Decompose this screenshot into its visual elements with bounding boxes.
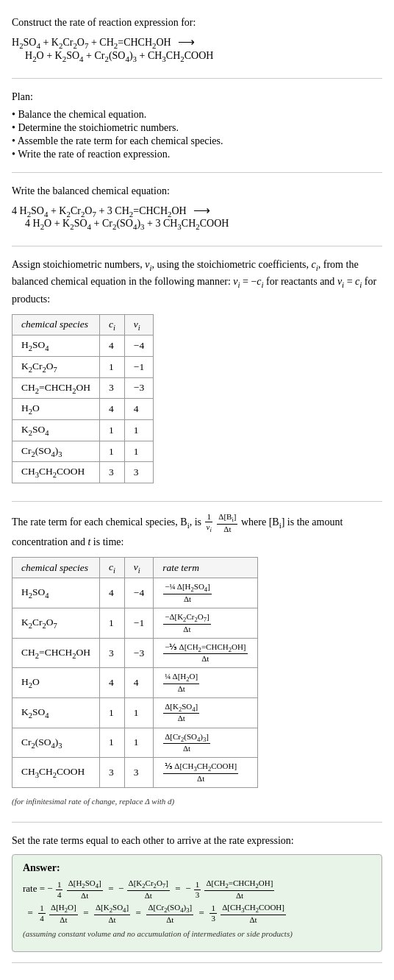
rt-ci: 4 xyxy=(99,578,124,608)
rt-ci: 1 xyxy=(99,608,124,639)
stoich-col-vi: νi xyxy=(124,314,153,335)
species-cell: H2SO4 xyxy=(12,335,100,357)
table-row: CH3CH2COOH 3 3 ⅓ Δ[CH3CH2COOH]Δt xyxy=(12,758,258,788)
rt-ci: 4 xyxy=(99,668,124,698)
rt-rate: Δ[Cr2(SO4)3]Δt xyxy=(154,728,257,758)
rt-vi: −1 xyxy=(124,608,153,639)
answer-intro: Set the rate terms equal to each other t… xyxy=(12,833,382,848)
rt-col-ci: ci xyxy=(99,557,124,578)
plan-title: Plan: xyxy=(12,89,382,104)
vi-cell: −4 xyxy=(124,335,153,357)
rt-species: CH3CH2COOH xyxy=(12,758,100,788)
rt-col-vi: νi xyxy=(124,557,153,578)
vi-cell: −1 xyxy=(124,356,153,377)
vi-cell: 1 xyxy=(124,441,153,462)
rt-ci: 1 xyxy=(99,698,124,728)
rate-term-section: The rate term for each chemical species,… xyxy=(12,505,382,823)
rate-expression: rate = − 14 Δ[H2SO4]Δt = − Δ[K2Cr2O7]Δt … xyxy=(23,878,371,924)
initial-reaction: H2SO4 + K2Cr2O7 + CH2=CHCH2OH ⟶ H2O + K2… xyxy=(12,35,382,63)
rt-vi: 1 xyxy=(124,698,153,728)
rt-ci: 3 xyxy=(99,638,124,668)
stoich-col-species: chemical species xyxy=(12,314,100,335)
table-row: CH3CH2COOH 3 3 xyxy=(12,462,154,483)
table-row: CH2=CHCH2OH 3 −3 xyxy=(12,377,154,399)
species-cell: CH3CH2COOH xyxy=(12,462,100,483)
balanced-title: Write the balanced chemical equation: xyxy=(12,183,382,199)
header-section: Construct the rate of reaction expressio… xyxy=(12,7,382,79)
vi-cell: 3 xyxy=(124,462,153,483)
ci-cell: 1 xyxy=(99,419,124,441)
rt-species: K2Cr2O7 xyxy=(12,608,100,639)
reaction-arrow: ⟶ xyxy=(178,35,195,48)
rt-species: H2O xyxy=(12,668,100,698)
species-cell: CH2=CHCH2OH xyxy=(12,377,100,399)
table-row: K2SO4 1 1 xyxy=(12,419,154,441)
rt-species: Cr2(SO4)3 xyxy=(12,728,100,758)
table-row: K2SO4 1 1 Δ[K2SO4]Δt xyxy=(12,698,258,728)
stoich-table: chemical species ci νi H2SO4 4 −4 K2Cr2O… xyxy=(12,314,154,484)
table-row: Cr2(SO4)3 1 1 xyxy=(12,441,154,462)
vi-cell: 1 xyxy=(124,419,153,441)
rt-rate: ¼ Δ[H2O]Δt xyxy=(154,668,257,698)
table-row: H2SO4 4 −4 xyxy=(12,335,154,357)
species-cell: K2SO4 xyxy=(12,419,100,441)
balanced-equation: 4 H2SO4 + K2Cr2O7 + 3 CH2=CHCH2OH ⟶ 4 H2… xyxy=(12,203,382,232)
plan-step-3: • Assemble the rate term for each chemic… xyxy=(12,135,382,147)
rt-species: CH2=CHCH2OH xyxy=(12,638,100,668)
rt-col-rate: rate term xyxy=(154,557,257,578)
rt-rate: −¼ Δ[H2SO4]Δt xyxy=(154,578,257,608)
table-row: K2Cr2O7 1 −1 −Δ[K2Cr2O7]Δt xyxy=(12,608,258,639)
plan-step-4: • Write the rate of reaction expression. xyxy=(12,149,382,160)
vi-cell: −3 xyxy=(124,377,153,399)
species-cell: K2Cr2O7 xyxy=(12,356,100,377)
rt-vi: 4 xyxy=(124,668,153,698)
stoich-col-ci: ci xyxy=(99,314,124,335)
ci-cell: 3 xyxy=(99,377,124,399)
rate-line-2: = 14 Δ[H2O]Δt = Δ[K2SO4]Δt = Δ[Cr2(SO4)3… xyxy=(23,903,371,925)
rt-col-species: chemical species xyxy=(12,557,100,578)
balanced-section: Write the balanced chemical equation: 4 … xyxy=(12,176,382,247)
rt-ci: 1 xyxy=(99,728,124,758)
species-cell: Cr2(SO4)3 xyxy=(12,441,100,462)
table-row: CH2=CHCH2OH 3 −3 −⅓ Δ[CH2=CHCH2OH]Δt xyxy=(12,638,258,668)
rt-species: H2SO4 xyxy=(12,578,100,608)
rate-intro-delta: Δ[Bi] Δt xyxy=(217,512,237,534)
table-row: H2O 4 4 xyxy=(12,399,154,420)
stoich-intro: Assign stoichiometric numbers, νi, using… xyxy=(12,257,382,306)
table-row: H2O 4 4 ¼ Δ[H2O]Δt xyxy=(12,668,258,698)
header-title: Construct the rate of reaction expressio… xyxy=(12,15,382,30)
rt-rate: Δ[K2SO4]Δt xyxy=(154,698,257,728)
rt-vi: 3 xyxy=(124,758,153,788)
table-row: K2Cr2O7 1 −1 xyxy=(12,356,154,377)
rt-vi: 1 xyxy=(124,728,153,758)
rt-rate: ⅓ Δ[CH3CH2COOH]Δt xyxy=(154,758,257,788)
rate-term-footnote: (for infinitesimal rate of change, repla… xyxy=(12,795,382,808)
initial-products: H2O + K2SO4 + Cr2(SO4)3 + CH3CH2COOH xyxy=(25,50,213,61)
answer-label: Answer: xyxy=(23,862,371,874)
rt-species: K2SO4 xyxy=(12,698,100,728)
table-row: Cr2(SO4)3 1 1 Δ[Cr2(SO4)3]Δt xyxy=(12,728,258,758)
rt-vi: −3 xyxy=(124,638,153,668)
plan-section: Plan: • Balance the chemical equation. •… xyxy=(12,82,382,173)
plan-step-2: • Determine the stoichiometric numbers. xyxy=(12,122,382,134)
table-row: H2SO4 4 −4 −¼ Δ[H2SO4]Δt xyxy=(12,578,258,608)
ci-cell: 4 xyxy=(99,399,124,420)
initial-reactants: H2SO4 + K2Cr2O7 + CH2=CHCH2OH xyxy=(12,37,171,48)
rate-term-intro: The rate term for each chemical species,… xyxy=(12,512,382,550)
rate-line-1: rate = − 14 Δ[H2SO4]Δt = − Δ[K2Cr2O7]Δt … xyxy=(23,878,371,901)
rate-term-table: chemical species ci νi rate term H2SO4 4… xyxy=(12,557,258,788)
ci-cell: 3 xyxy=(99,462,124,483)
answer-section: Set the rate terms equal to each other t… xyxy=(12,825,382,963)
answer-box: Answer: rate = − 14 Δ[H2SO4]Δt = − Δ[K2C… xyxy=(12,854,382,952)
ci-cell: 1 xyxy=(99,441,124,462)
answer-footnote: (assuming constant volume and no accumul… xyxy=(23,928,371,940)
vi-cell: 4 xyxy=(124,399,153,420)
plan-step-1: • Balance the chemical equation. xyxy=(12,109,382,121)
rt-rate: −⅓ Δ[CH2=CHCH2OH]Δt xyxy=(154,638,257,668)
stoich-section: Assign stoichiometric numbers, νi, using… xyxy=(12,249,382,502)
rt-ci: 3 xyxy=(99,758,124,788)
rt-rate: −Δ[K2Cr2O7]Δt xyxy=(154,608,257,639)
rate-intro-frac: 1 νi xyxy=(205,512,213,534)
rt-vi: −4 xyxy=(124,578,153,608)
species-cell: H2O xyxy=(12,399,100,420)
